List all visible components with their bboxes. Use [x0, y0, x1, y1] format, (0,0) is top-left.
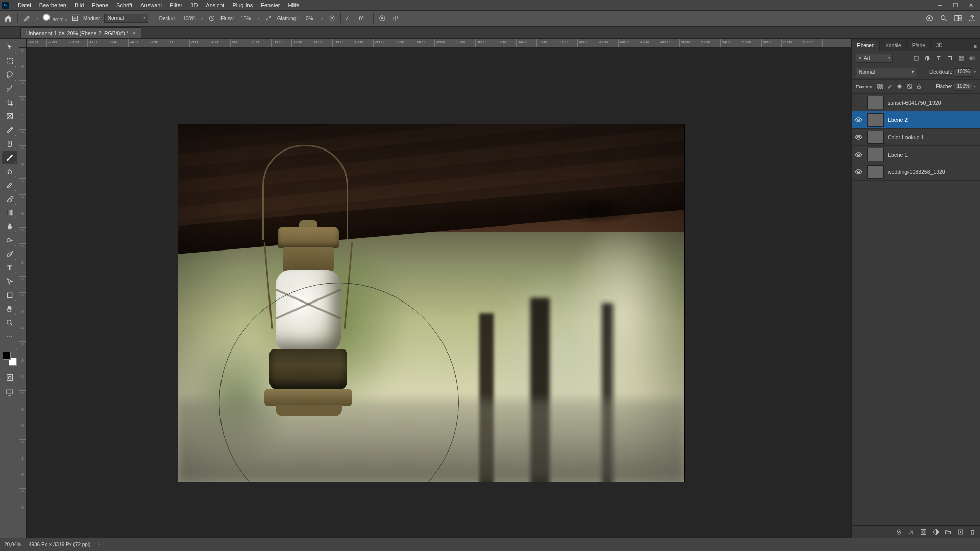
- shape-tool[interactable]: [2, 289, 17, 302]
- marquee-tool[interactable]: [2, 55, 17, 68]
- lasso-tool[interactable]: [2, 68, 17, 82]
- home-button[interactable]: [3, 13, 13, 23]
- group-icon[interactable]: [944, 529, 951, 536]
- layer-row[interactable]: sunset-6041750_1920: [852, 94, 980, 111]
- pen-tool[interactable]: [2, 247, 17, 261]
- brush-tool[interactable]: [2, 151, 17, 164]
- document-tab[interactable]: Unbenannt-1 bei 20% (Ebene 2, RGB/8#) * …: [20, 27, 141, 38]
- brush-preset-picker[interactable]: 3017 ▾: [42, 14, 67, 22]
- select-subject-icon[interactable]: [925, 14, 934, 23]
- filter-type-icon[interactable]: T: [935, 55, 942, 62]
- layer-opacity-value[interactable]: 100%: [954, 68, 972, 77]
- layer-row[interactable]: Ebene 1: [852, 146, 980, 163]
- airbrush-icon[interactable]: [264, 14, 273, 23]
- swap-colors-icon[interactable]: ⇄: [14, 347, 18, 352]
- menu-bearbeiten[interactable]: Bearbeiten: [36, 1, 70, 9]
- blend-mode-select[interactable]: Normal: [104, 14, 148, 23]
- layer-fx-icon[interactable]: fx: [908, 529, 915, 536]
- share-icon[interactable]: [968, 14, 977, 23]
- visibility-toggle[interactable]: [855, 134, 863, 141]
- pressure-size-icon[interactable]: [378, 14, 387, 23]
- lock-transparency-icon[interactable]: [877, 83, 884, 90]
- magic-wand-tool[interactable]: [2, 82, 17, 95]
- edit-toolbar[interactable]: ⋯: [2, 330, 17, 343]
- layer-blend-mode[interactable]: Normal: [856, 68, 916, 77]
- filter-pixel-icon[interactable]: [913, 55, 920, 62]
- smoothing-options-icon[interactable]: [327, 14, 336, 23]
- menu-3d[interactable]: 3D: [187, 1, 201, 9]
- layer-row[interactable]: Ebene 2: [852, 111, 980, 129]
- type-tool[interactable]: [2, 261, 17, 274]
- menu-ebene[interactable]: Ebene: [88, 1, 112, 9]
- color-swatches[interactable]: ⇄: [3, 352, 17, 366]
- workspace-icon[interactable]: [953, 14, 963, 23]
- menu-filter[interactable]: Filter: [166, 1, 186, 9]
- smoothing-value[interactable]: 0%: [302, 16, 317, 21]
- layer-thumbnail[interactable]: [867, 165, 884, 179]
- zoom-level[interactable]: 20,04%: [4, 542, 21, 547]
- pressure-opacity-icon[interactable]: [207, 14, 216, 23]
- search-icon[interactable]: [939, 14, 948, 23]
- tab-paths[interactable]: Pfade: [907, 41, 931, 51]
- dodge-tool[interactable]: [2, 234, 17, 247]
- flow-value[interactable]: 13%: [238, 16, 254, 21]
- trash-icon[interactable]: [969, 529, 976, 536]
- move-tool[interactable]: [2, 41, 17, 54]
- close-button[interactable]: ✕: [964, 1, 978, 10]
- layer-filter-type[interactable]: ▾: [856, 54, 893, 63]
- zoom-tool[interactable]: [2, 316, 17, 330]
- foreground-color[interactable]: [3, 352, 11, 360]
- adjustment-layer-icon[interactable]: [932, 529, 939, 536]
- lock-position-icon[interactable]: [896, 83, 903, 90]
- filter-adjust-icon[interactable]: [924, 55, 931, 62]
- lock-pixels-icon[interactable]: [887, 83, 893, 90]
- layer-row[interactable]: wedding-1083258_1920: [852, 163, 980, 181]
- hand-tool[interactable]: [2, 303, 17, 316]
- filter-toggle-switch[interactable]: [969, 55, 976, 62]
- layer-thumbnail[interactable]: [867, 131, 884, 144]
- new-layer-icon[interactable]: [957, 529, 964, 536]
- quick-mask-icon[interactable]: [2, 371, 17, 384]
- crop-tool[interactable]: [2, 96, 17, 109]
- visibility-toggle[interactable]: [855, 116, 863, 123]
- close-icon[interactable]: ×: [133, 30, 136, 36]
- angle-value[interactable]: 0°: [354, 16, 369, 21]
- layer-filter-input[interactable]: [864, 55, 886, 61]
- link-layers-icon[interactable]: [895, 529, 902, 536]
- filter-smart-icon[interactable]: [958, 55, 965, 62]
- visibility-toggle[interactable]: [855, 151, 863, 158]
- document-canvas[interactable]: [178, 124, 684, 482]
- layer-mask-icon[interactable]: [920, 529, 927, 536]
- path-selection-tool[interactable]: [2, 275, 17, 288]
- layer-fill-value[interactable]: 100%: [954, 83, 972, 91]
- history-brush-tool[interactable]: [2, 179, 17, 192]
- screen-mode-icon[interactable]: [2, 386, 17, 399]
- brush-settings-toggle[interactable]: [71, 14, 79, 22]
- lock-all-icon[interactable]: [916, 83, 922, 90]
- minimize-button[interactable]: ─: [933, 1, 947, 10]
- panel-menu-icon[interactable]: ≡: [971, 42, 980, 51]
- healing-brush-tool[interactable]: [2, 137, 17, 151]
- visibility-toggle[interactable]: [855, 168, 863, 176]
- frame-tool[interactable]: [2, 110, 17, 123]
- layer-thumbnail[interactable]: [867, 96, 884, 109]
- layer-thumbnail[interactable]: [867, 113, 884, 127]
- menu-plugins[interactable]: Plug-ins: [229, 1, 256, 9]
- gradient-tool[interactable]: [2, 206, 17, 219]
- eyedropper-tool[interactable]: [2, 123, 17, 137]
- menu-auswahl[interactable]: Auswahl: [137, 1, 165, 9]
- maximize-button[interactable]: ☐: [948, 1, 963, 10]
- lock-artboard-icon[interactable]: [906, 83, 913, 90]
- layer-row[interactable]: Color Lookup 1: [852, 129, 980, 146]
- filter-shape-icon[interactable]: [946, 55, 953, 62]
- tab-3d[interactable]: 3D: [931, 41, 948, 51]
- menu-schrift[interactable]: Schrift: [113, 1, 136, 9]
- status-more-icon[interactable]: 〉: [97, 541, 103, 548]
- menu-datei[interactable]: Datei: [14, 1, 35, 9]
- tool-preset-picker[interactable]: [22, 14, 32, 22]
- menu-bild[interactable]: Bild: [71, 1, 87, 9]
- tab-layers[interactable]: Ebenen: [852, 41, 880, 51]
- layer-thumbnail[interactable]: [867, 148, 884, 161]
- menu-hilfe[interactable]: Hilfe: [284, 1, 303, 9]
- eraser-tool[interactable]: [2, 192, 17, 206]
